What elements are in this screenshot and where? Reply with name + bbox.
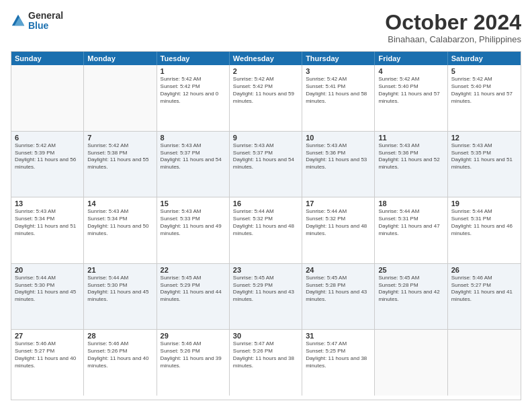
day-cell-29: 29Sunrise: 5:46 AMSunset: 5:26 PMDayligh… [157,330,230,396]
sunrise-text: Sunrise: 5:47 AM [233,340,298,348]
location: Binahaan, Calabarzon, Philippines [385,34,521,44]
sunset-text: Sunset: 5:41 PM [306,83,371,91]
calendar-header: SundayMondayTuesdayWednesdayThursdayFrid… [11,52,521,65]
empty-cell [448,330,521,396]
sunset-text: Sunset: 5:42 PM [161,83,226,91]
daylight-text: Daylight: 11 hours and 46 minutes. [451,223,517,238]
sunset-text: Sunset: 5:32 PM [233,216,298,223]
header: General Blue October 2024 Binahaan, Cala… [11,11,521,44]
daylight-text: Daylight: 11 hours and 52 minutes. [378,156,443,171]
day-cell-17: 17Sunrise: 5:44 AMSunset: 5:32 PMDayligh… [302,197,375,263]
sunrise-text: Sunrise: 5:43 AM [161,142,226,150]
daylight-text: Daylight: 11 hours and 47 minutes. [378,223,443,238]
week-row-1: 1Sunrise: 5:42 AMSunset: 5:42 PMDaylight… [11,65,521,132]
day-number: 1 [161,67,226,75]
day-cell-5: 5Sunrise: 5:42 AMSunset: 5:40 PMDaylight… [448,65,521,131]
sunset-text: Sunset: 5:30 PM [15,282,80,289]
daylight-text: Daylight: 11 hours and 51 minutes. [451,156,517,171]
daylight-text: Daylight: 11 hours and 56 minutes. [15,156,80,171]
logo-text: General Blue [28,11,63,32]
day-cell-15: 15Sunrise: 5:43 AMSunset: 5:33 PMDayligh… [157,197,230,263]
day-cell-10: 10Sunrise: 5:43 AMSunset: 5:36 PMDayligh… [302,132,375,197]
sunrise-text: Sunrise: 5:42 AM [233,76,298,83]
sunset-text: Sunset: 5:28 PM [378,282,443,289]
day-number: 16 [233,199,298,208]
week-row-3: 13Sunrise: 5:43 AMSunset: 5:34 PMDayligh… [11,197,521,264]
sunrise-text: Sunrise: 5:42 AM [378,76,443,83]
sunrise-text: Sunrise: 5:42 AM [161,76,226,83]
day-header-friday: Friday [375,52,447,65]
daylight-text: Daylight: 11 hours and 38 minutes. [306,355,371,370]
sunset-text: Sunset: 5:25 PM [306,348,371,355]
day-cell-6: 6Sunrise: 5:42 AMSunset: 5:39 PMDaylight… [11,132,84,197]
sunrise-text: Sunrise: 5:46 AM [87,340,152,348]
sunset-text: Sunset: 5:32 PM [306,216,371,223]
day-cell-14: 14Sunrise: 5:43 AMSunset: 5:34 PMDayligh… [84,197,157,263]
day-cell-27: 27Sunrise: 5:46 AMSunset: 5:27 PMDayligh… [11,330,84,396]
empty-cell [11,65,84,131]
daylight-text: Daylight: 11 hours and 59 minutes. [233,91,298,105]
day-header-tuesday: Tuesday [157,52,230,65]
sunrise-text: Sunrise: 5:44 AM [451,208,517,216]
sunrise-text: Sunrise: 5:45 AM [233,275,298,282]
day-cell-18: 18Sunrise: 5:44 AMSunset: 5:31 PMDayligh… [375,197,447,263]
day-number: 19 [451,199,517,208]
sunset-text: Sunset: 5:27 PM [15,348,80,355]
sunset-text: Sunset: 5:27 PM [451,282,517,289]
day-cell-4: 4Sunrise: 5:42 AMSunset: 5:40 PMDaylight… [375,65,447,131]
sunrise-text: Sunrise: 5:42 AM [87,142,152,150]
day-number: 22 [161,266,226,274]
sunset-text: Sunset: 5:28 PM [306,282,371,289]
sunrise-text: Sunrise: 5:43 AM [378,142,443,150]
daylight-text: Daylight: 11 hours and 40 minutes. [15,355,80,370]
daylight-text: Daylight: 12 hours and 0 minutes. [161,91,226,105]
sunset-text: Sunset: 5:42 PM [233,83,298,91]
logo: General Blue [11,11,63,32]
sunrise-text: Sunrise: 5:42 AM [451,76,517,83]
sunset-text: Sunset: 5:33 PM [161,216,226,223]
week-row-2: 6Sunrise: 5:42 AMSunset: 5:39 PMDaylight… [11,132,521,198]
sunrise-text: Sunrise: 5:47 AM [306,340,371,348]
daylight-text: Daylight: 11 hours and 54 minutes. [161,156,226,171]
sunrise-text: Sunrise: 5:44 AM [15,275,80,282]
day-cell-1: 1Sunrise: 5:42 AMSunset: 5:42 PMDaylight… [157,65,230,131]
daylight-text: Daylight: 11 hours and 41 minutes. [451,289,517,304]
day-number: 20 [15,266,80,274]
daylight-text: Daylight: 11 hours and 42 minutes. [378,289,443,304]
page: General Blue October 2024 Binahaan, Cala… [0,0,532,411]
day-cell-22: 22Sunrise: 5:45 AMSunset: 5:29 PMDayligh… [157,264,230,330]
sunrise-text: Sunrise: 5:45 AM [378,275,443,282]
day-number: 26 [451,266,517,274]
day-number: 18 [378,199,443,208]
day-cell-20: 20Sunrise: 5:44 AMSunset: 5:30 PMDayligh… [11,264,84,330]
sunrise-text: Sunrise: 5:44 AM [306,208,371,216]
day-number: 31 [306,332,371,340]
day-number: 9 [233,134,298,142]
day-cell-28: 28Sunrise: 5:46 AMSunset: 5:26 PMDayligh… [84,330,157,396]
day-cell-16: 16Sunrise: 5:44 AMSunset: 5:32 PMDayligh… [230,197,302,263]
day-number: 23 [233,266,298,274]
daylight-text: Daylight: 11 hours and 57 minutes. [378,91,443,105]
title-section: October 2024 Binahaan, Calabarzon, Phili… [385,11,521,44]
day-number: 30 [233,332,298,340]
daylight-text: Daylight: 11 hours and 45 minutes. [15,289,80,304]
sunset-text: Sunset: 5:34 PM [15,216,80,223]
sunset-text: Sunset: 5:38 PM [87,150,152,157]
empty-cell [375,330,447,396]
daylight-text: Daylight: 11 hours and 39 minutes. [161,355,226,370]
daylight-text: Daylight: 11 hours and 58 minutes. [306,91,371,105]
day-number: 5 [451,67,517,75]
day-number: 11 [378,134,443,142]
day-number: 17 [306,199,371,208]
sunset-text: Sunset: 5:34 PM [87,216,152,223]
sunset-text: Sunset: 5:29 PM [233,282,298,289]
week-row-4: 20Sunrise: 5:44 AMSunset: 5:30 PMDayligh… [11,264,521,330]
day-number: 29 [161,332,226,340]
sunset-text: Sunset: 5:36 PM [378,150,443,157]
day-number: 8 [161,134,226,142]
daylight-text: Daylight: 11 hours and 50 minutes. [87,223,152,238]
day-cell-19: 19Sunrise: 5:44 AMSunset: 5:31 PMDayligh… [448,197,521,263]
daylight-text: Daylight: 11 hours and 51 minutes. [15,223,80,238]
sunrise-text: Sunrise: 5:43 AM [87,208,152,216]
daylight-text: Daylight: 11 hours and 53 minutes. [306,156,371,171]
